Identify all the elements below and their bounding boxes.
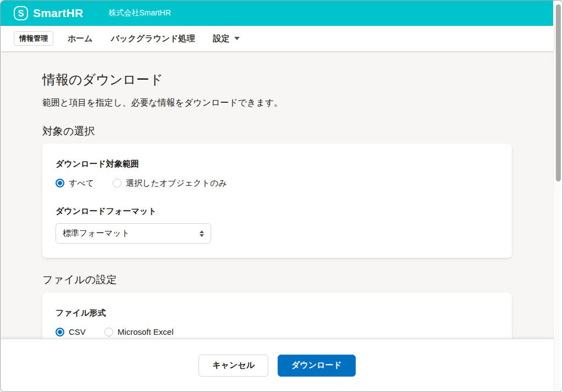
radio-unselected-icon (113, 179, 122, 187)
nav-current-app-badge[interactable]: 情報管理 (14, 31, 53, 46)
radio-option-selected-objects-label: 選択したオブジェクトのみ (126, 177, 227, 189)
radio-selected-icon (56, 179, 64, 187)
page-title: 情報のダウンロード (42, 71, 512, 89)
file-format-radio-group: CSV Microsoft Excel (56, 326, 499, 338)
select-updown-icon (200, 230, 204, 237)
brand-name: SmartHR (33, 7, 83, 20)
radio-option-all[interactable]: すべて (56, 177, 94, 189)
radio-option-csv[interactable]: CSV (56, 326, 86, 338)
radio-option-excel-label: Microsoft Excel (118, 326, 174, 338)
smarthr-logo-icon: S (14, 6, 28, 20)
app-window: S SmartHR 株式会社SmartHR 情報管理 ホーム バックグラウンド処… (0, 0, 563, 392)
download-button[interactable]: ダウンロード (278, 355, 356, 377)
download-format-select-value: 標準フォーマット (63, 228, 130, 239)
download-format-label: ダウンロードフォーマット (56, 205, 499, 217)
radio-option-excel[interactable]: Microsoft Excel (104, 326, 174, 338)
download-range-label: ダウンロード対象範囲 (56, 158, 499, 169)
radio-selected-icon (56, 328, 64, 336)
cancel-button[interactable]: キャンセル (198, 355, 268, 377)
download-range-radio-group: すべて 選択したオブジェクトのみ (56, 177, 499, 189)
app-nav: 情報管理 ホーム バックグラウンド処理 設定 (1, 26, 554, 51)
radio-unselected-icon (104, 328, 113, 336)
app-header: S SmartHR 株式会社SmartHR (1, 1, 554, 26)
file-format-label: ファイル形式 (56, 307, 499, 318)
nav-item-home[interactable]: ホーム (68, 34, 93, 44)
nav-item-settings-label: 設定 (213, 34, 230, 44)
chevron-down-icon (234, 37, 240, 40)
section-heading-target: 対象の選択 (42, 124, 512, 139)
radio-option-selected-objects[interactable]: 選択したオブジェクトのみ (113, 177, 227, 189)
download-format-select[interactable]: 標準フォーマット (56, 223, 211, 244)
nav-item-background-jobs[interactable]: バックグラウンド処理 (111, 34, 195, 44)
action-footer: キャンセル ダウンロード (1, 339, 554, 391)
nav-item-settings[interactable]: 設定 (213, 34, 240, 44)
scrollbar[interactable] (553, 1, 562, 391)
radio-option-csv-label: CSV (69, 326, 86, 338)
section-heading-file: ファイルの設定 (42, 273, 512, 287)
viewport: S SmartHR 株式会社SmartHR 情報管理 ホーム バックグラウンド処… (1, 1, 554, 391)
company-name: 株式会社SmartHR (108, 8, 171, 18)
page-description: 範囲と項目を指定し、必要な情報をダウンロードできます。 (42, 97, 512, 109)
main-content: 情報のダウンロード 範囲と項目を指定し、必要な情報をダウンロードできます。 対象… (1, 51, 554, 386)
target-selection-card: ダウンロード対象範囲 すべて 選択したオブジェクトのみ ダウンロードフォーマット… (42, 143, 512, 258)
smarthr-logo[interactable]: S SmartHR (14, 6, 83, 20)
scrollbar-thumb[interactable] (556, 4, 561, 181)
radio-option-all-label: すべて (69, 177, 94, 189)
